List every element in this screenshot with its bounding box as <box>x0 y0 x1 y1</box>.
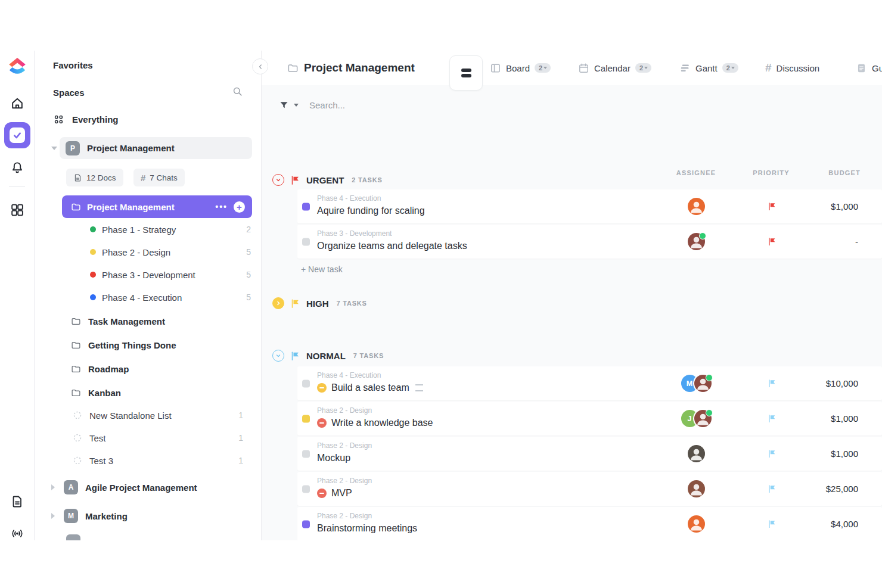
home-icon[interactable] <box>10 96 24 111</box>
task-row[interactable]: Phase 2 - Design MVP $25,000 <box>297 472 882 506</box>
group-collapse-icon[interactable] <box>272 174 284 186</box>
status-square[interactable] <box>302 379 310 387</box>
avatar[interactable] <box>694 410 712 427</box>
sidebar-folder-roadmap[interactable]: Roadmap <box>71 360 129 377</box>
task-phase[interactable]: Phase 2 - Design <box>317 441 372 450</box>
sidebar-collapse-button[interactable] <box>252 58 268 74</box>
space-expand-caret[interactable] <box>51 147 57 150</box>
tab-count-badge[interactable]: 2 <box>722 63 738 73</box>
sidebar-folder-kanban[interactable]: Kanban <box>71 384 121 401</box>
task-title[interactable]: Write a knowledge base <box>331 418 433 428</box>
priority-flag[interactable] <box>766 472 778 506</box>
status-square[interactable] <box>302 520 310 528</box>
status-square[interactable] <box>302 415 310 422</box>
sidebar-list-test[interactable]: Test 1 <box>73 430 243 446</box>
sidebar-item-phase-4[interactable]: Phase 4 - Execution 5 <box>90 289 251 306</box>
sidebar-list-project-management-active[interactable]: Project Management ••• + <box>62 195 252 218</box>
tab-count-badge[interactable]: 2 <box>635 63 651 73</box>
spaces-heading[interactable]: Spaces <box>53 85 85 99</box>
task-row[interactable]: Phase 4 - Execution Aquire funding for s… <box>297 189 882 223</box>
budget-value[interactable]: $10,000 <box>781 366 858 400</box>
priority-flag[interactable] <box>766 366 778 400</box>
avatar[interactable] <box>688 515 705 533</box>
assignee-cell[interactable]: J <box>672 402 720 435</box>
tab-board[interactable]: Board 2 <box>490 51 551 85</box>
group-expand-icon[interactable] <box>272 297 284 309</box>
budget-value[interactable]: $1,000 <box>781 437 858 471</box>
tab-calendar[interactable]: Calendar 2 <box>578 51 651 85</box>
sidebar-item-phase-2[interactable]: Phase 2 - Design 5 <box>90 244 251 260</box>
search-input[interactable] <box>308 99 489 111</box>
list-add-icon[interactable]: + <box>234 201 245 213</box>
priority-flag[interactable] <box>766 189 778 223</box>
tab-list-view-selected[interactable] <box>449 55 483 91</box>
avatar[interactable] <box>688 198 705 215</box>
task-row[interactable]: Phase 2 - Design Brainstorming meetings … <box>297 507 882 540</box>
tasks-nav-icon[interactable] <box>4 122 30 148</box>
sidebar-space-agile-project-management[interactable]: A Agile Project Management <box>51 478 197 497</box>
task-row[interactable]: Phase 2 - Design Write a knowledge base … <box>297 402 882 435</box>
assignee-cell[interactable]: M <box>672 366 720 400</box>
task-title[interactable]: Aquire funding for scaling <box>317 206 425 216</box>
space-collapsed-caret[interactable] <box>51 484 55 490</box>
sidebar-space-marketing[interactable]: M Marketing <box>51 506 128 525</box>
new-task-button[interactable]: + New task <box>301 265 343 274</box>
priority-flag[interactable] <box>766 225 778 259</box>
space-collapsed-caret[interactable] <box>51 513 55 519</box>
task-title[interactable]: Organize teams and delegate tasks <box>317 241 467 251</box>
sidebar-item-phase-1[interactable]: Phase 1 - Strategy 2 <box>90 221 251 238</box>
status-square[interactable] <box>302 203 310 210</box>
sidebar-list-test-3[interactable]: Test 3 1 <box>73 452 243 469</box>
task-phase[interactable]: Phase 2 - Design <box>317 512 372 520</box>
budget-value[interactable]: $25,000 <box>781 472 858 506</box>
docs-icon[interactable] <box>10 494 24 509</box>
priority-flag[interactable] <box>766 437 778 471</box>
tab-guide[interactable]: Gu <box>856 51 882 85</box>
favorites-heading[interactable]: Favorites <box>53 58 93 72</box>
assignee-cell[interactable] <box>672 437 720 471</box>
task-phase[interactable]: Phase 2 - Design <box>317 406 372 415</box>
task-row[interactable]: Phase 3 - Development Organize teams and… <box>297 225 882 259</box>
task-row[interactable]: Phase 4 - Execution Build a sales team M… <box>297 366 882 400</box>
task-row[interactable]: Phase 2 - Design Mockup $1,000 <box>297 437 882 471</box>
tab-discussion[interactable]: # Discussion <box>765 51 819 85</box>
avatar[interactable] <box>688 233 705 250</box>
budget-value[interactable]: $4,000 <box>781 507 858 540</box>
sidebar-item-phase-3[interactable]: Phase 3 - Development 5 <box>90 266 251 283</box>
avatar[interactable] <box>688 480 705 497</box>
filter-caret-icon[interactable] <box>294 104 299 107</box>
priority-flag[interactable] <box>766 507 778 540</box>
notifications-bell-icon[interactable] <box>10 160 24 175</box>
task-phase[interactable]: Phase 4 - Execution <box>317 194 381 203</box>
sidebar-list-new-standalone-list[interactable]: New Standalone List 1 <box>73 407 243 424</box>
assignee-cell[interactable] <box>672 507 720 540</box>
avatar[interactable] <box>688 445 705 462</box>
column-header-assignee[interactable]: ASSIGNEE <box>672 169 720 176</box>
budget-value[interactable]: - <box>781 225 858 259</box>
task-title[interactable]: Brainstorming meetings <box>317 523 417 534</box>
filter-funnel-icon[interactable] <box>279 100 289 110</box>
spaces-search-icon[interactable] <box>232 86 243 97</box>
clickup-logo-icon[interactable] <box>8 57 27 78</box>
avatar[interactable] <box>694 375 712 392</box>
docs-pill[interactable]: 12 Docs <box>66 169 123 186</box>
task-phase[interactable]: Phase 3 - Development <box>317 229 392 238</box>
task-title[interactable]: MVP <box>331 488 352 499</box>
budget-value[interactable]: $1,000 <box>781 189 858 223</box>
tab-gantt[interactable]: Gantt 2 <box>679 51 738 85</box>
budget-value[interactable]: $1,000 <box>781 402 858 435</box>
sidebar-space-project-management[interactable]: P Project Management <box>60 137 252 159</box>
assignee-cell[interactable] <box>672 225 720 259</box>
assignee-cell[interactable] <box>672 189 720 223</box>
column-header-priority[interactable]: PRIORITY <box>747 169 795 176</box>
dashboards-grid-icon[interactable] <box>10 203 24 217</box>
status-square[interactable] <box>302 450 310 458</box>
assignee-cell[interactable] <box>672 472 720 506</box>
chats-pill[interactable]: # 7 Chats <box>133 169 185 186</box>
list-more-icon[interactable]: ••• <box>215 202 228 211</box>
task-phase[interactable]: Phase 2 - Design <box>317 477 372 485</box>
column-header-budget[interactable]: BUDGET <box>807 169 861 176</box>
pulse-broadcast-icon[interactable] <box>10 526 24 540</box>
status-square[interactable] <box>302 485 310 493</box>
status-square[interactable] <box>302 238 310 245</box>
